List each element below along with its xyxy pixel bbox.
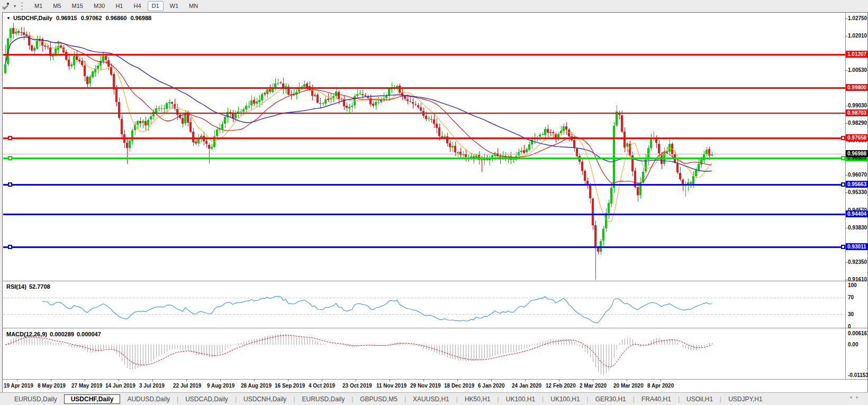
- macd-histogram: [5, 334, 712, 375]
- chart-tab-usdcnh-daily[interactable]: USDCNH,Daily: [237, 394, 293, 404]
- chart-tab-eurusd-daily[interactable]: EURUSD,Daily: [295, 394, 351, 404]
- rsi-line: [42, 297, 712, 323]
- date-axis-label: 20 Mar 2020: [613, 383, 644, 389]
- chart-tab-fra40-h1[interactable]: FRA40,H1: [635, 394, 678, 404]
- timeframe-button-m5[interactable]: M5: [49, 1, 65, 11]
- timeframe-button-h1[interactable]: H1: [111, 1, 127, 11]
- timeframe-button-d1[interactable]: D1: [148, 1, 164, 11]
- rsi-axis-label: 100: [848, 282, 857, 288]
- macd-value-main: 0.000289: [50, 331, 74, 337]
- dropdown-caret-icon[interactable]: ▾: [12, 4, 18, 8]
- rsi-axis-label: 70: [848, 294, 854, 300]
- timeframe-button-h4[interactable]: H4: [129, 1, 145, 11]
- current-price-badge: 0.96988: [846, 150, 868, 157]
- macd-indicator-label: MACD(12,26,9)0.0002890.000047: [6, 331, 104, 337]
- level-anchor-marker: [8, 157, 12, 160]
- chart-symbol-period: USDCHF,Daily: [13, 15, 52, 21]
- chart-tab-bar: EURUSD,DailyUSDCHF,DailyAUDUSD,Daily|USD…: [0, 392, 868, 405]
- timeframe-button-m1[interactable]: M1: [30, 1, 47, 11]
- level-anchor-marker: [842, 136, 845, 140]
- rsi-name: RSI(14): [6, 283, 26, 290]
- date-axis-label: 23 Oct 2019: [342, 383, 372, 389]
- macd-panel: [5, 334, 712, 375]
- timeframe-button-mn[interactable]: MN: [185, 1, 202, 11]
- level-price-badge: 1.01207: [846, 51, 868, 58]
- collapse-triangle-icon[interactable]: ▼: [6, 16, 11, 21]
- chart-tab-audusd-daily[interactable]: AUDUSD,Daily: [120, 394, 177, 404]
- moving-average-mid: [5, 37, 712, 183]
- main-chart-canvas[interactable]: [3, 13, 867, 392]
- date-axis-label: 18 Dec 2019: [444, 383, 474, 389]
- date-axis-label: 12 Feb 2020: [546, 383, 576, 389]
- level-anchor-marker: [8, 136, 12, 140]
- date-axis-label: 11 Nov 2019: [376, 383, 406, 389]
- chart-tab-usoil-h1[interactable]: USOil,H1: [680, 394, 720, 404]
- top-toolbar: ▾ M1M5M15M30H1H4D1W1MN: [0, 0, 868, 12]
- chart-tab-usdchf-daily[interactable]: USDCHF,Daily: [64, 394, 121, 404]
- date-axis-label: 8 May 2019: [38, 383, 66, 389]
- toolbar-grip[interactable]: [21, 2, 25, 10]
- price-tick-label: 0.91610: [848, 277, 867, 282]
- price-tick-label: 0.99030: [848, 103, 867, 108]
- date-axis-label: 22 Jul 2019: [173, 383, 201, 389]
- tab-scroll-right-icon[interactable]: ▸: [856, 394, 863, 400]
- chart-tab-hk50-h1[interactable]: HK50,H1: [458, 394, 498, 404]
- price-tick-label: 1.00530: [848, 67, 867, 73]
- candlestick-series: [4, 23, 713, 280]
- macd-axis-max: 0.006167: [848, 330, 868, 336]
- date-axis-label: 8 Apr 2020: [647, 383, 674, 389]
- price-tick-label: 0.96070: [848, 172, 867, 178]
- level-price-badge: 0.94404: [846, 210, 868, 217]
- chart-tab-usdjpy-h1[interactable]: USDJPY,H1: [721, 394, 769, 404]
- mt4-terminal: { "toolbar": { "timeframes": ["M1","M5",…: [0, 0, 868, 405]
- level-price-badge: 0.95663: [846, 181, 868, 188]
- date-axis-label: 24 Jan 2020: [512, 383, 541, 389]
- price-tick-label: 0.95330: [848, 189, 867, 195]
- drawing-tool-button[interactable]: [0, 1, 12, 11]
- price-tick-label: 0.98290: [848, 120, 867, 126]
- date-axis-label: 19 Apr 2019: [4, 383, 33, 389]
- timeframe-button-w1[interactable]: W1: [166, 1, 183, 11]
- date-axis-label: 27 May 2019: [71, 383, 102, 389]
- moving-average-fast: [5, 35, 712, 222]
- ohlc-close: 0.96988: [130, 15, 151, 21]
- timeframe-button-m15[interactable]: M15: [68, 1, 87, 11]
- date-axis-label: 29 Nov 2019: [410, 383, 441, 389]
- ohlc-low: 0.96860: [106, 15, 127, 21]
- rsi-axis-label: 30: [848, 311, 854, 317]
- price-tick-label: 1.02750: [848, 15, 867, 21]
- level-price-badge: 0.99800: [846, 84, 868, 91]
- date-axis-label: 3 Jul 2019: [139, 383, 165, 389]
- ohlc-high: 0.97062: [81, 15, 102, 21]
- date-axis-label: 16 Sep 2019: [275, 383, 305, 389]
- level-price-badge: 0.93011: [846, 243, 868, 250]
- macd-name: MACD(12,26,9): [6, 331, 47, 337]
- chart-cursor-icon: [2, 2, 10, 10]
- date-axis-label: 9 Aug 2019: [207, 383, 234, 389]
- macd-axis-zero: 0.00: [848, 342, 858, 347]
- moving-average-slow: [5, 37, 712, 171]
- chart-tab-uk100-h1[interactable]: UK100,H1: [499, 394, 542, 404]
- chart-window[interactable]: ▼USDCHF,Daily 0.96915 0.97062 0.96860 0.…: [2, 12, 868, 393]
- rsi-value: 52.7708: [29, 283, 50, 290]
- price-tick-label: 0.93830: [848, 225, 867, 231]
- level-anchor-marker: [842, 245, 845, 248]
- date-axis-label: 6 Jan 2020: [478, 383, 505, 389]
- rsi-axis-label: 0: [848, 324, 851, 329]
- chart-tab-eurusd-daily[interactable]: EURUSD,Daily: [7, 394, 64, 404]
- rsi-panel: [3, 297, 845, 323]
- level-anchor-marker: [8, 183, 12, 186]
- timeframe-button-m30[interactable]: M30: [89, 1, 109, 11]
- chart-tab-gbpusd-m5[interactable]: GBPUSD,M5: [353, 394, 404, 404]
- chart-tab-usdcad-daily[interactable]: USDCAD,Daily: [178, 394, 235, 404]
- tab-scroll-left-icon[interactable]: ◂: [849, 394, 856, 400]
- chart-tab-uk100-h1[interactable]: UK100,H1: [544, 394, 586, 404]
- level-price-badge: 0.98703: [846, 109, 868, 116]
- level-anchor-marker: [842, 183, 845, 186]
- tab-scroll-arrows[interactable]: ◂▸: [849, 394, 863, 400]
- chart-tab-xauusd-h1[interactable]: XAUUSD,H1: [406, 394, 456, 404]
- macd-axis-min: -0.011531: [848, 372, 868, 378]
- price-tick-label: 1.02010: [848, 33, 867, 39]
- level-price-badge: 0.97658: [846, 134, 868, 141]
- chart-tab-ger30-h1[interactable]: GER30,H1: [589, 394, 633, 404]
